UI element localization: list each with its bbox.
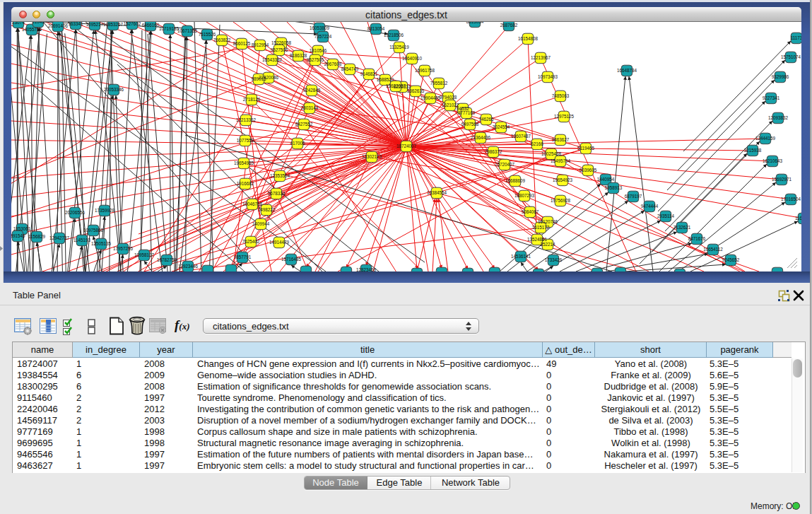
svg-text:20053346: 20053346 (104, 87, 124, 92)
svg-text:16120746: 16120746 (538, 219, 558, 224)
svg-text:12353594: 12353594 (270, 173, 290, 178)
svg-text:3024554: 3024554 (493, 124, 510, 129)
svg-text:2687682: 2687682 (500, 23, 518, 28)
svg-text:5958913: 5958913 (605, 185, 623, 190)
svg-text:1409944: 1409944 (252, 221, 270, 226)
svg-text:12923446: 12923446 (178, 264, 199, 269)
svg-text:1145193: 1145193 (73, 238, 91, 243)
svg-text:9084067: 9084067 (522, 209, 539, 214)
svg-text:18807293: 18807293 (514, 193, 535, 198)
svg-text:10853267: 10853267 (103, 22, 124, 27)
svg-text:2803144: 2803144 (301, 105, 319, 110)
svg-text:7986372: 7986372 (485, 149, 502, 154)
svg-text:17016504: 17016504 (781, 197, 801, 201)
svg-text:1810546: 1810546 (310, 48, 327, 53)
svg-text:8813054: 8813054 (466, 22, 484, 24)
svg-text:91046: 91046 (32, 22, 45, 24)
svg-text:9329986: 9329986 (772, 74, 789, 79)
svg-text:391549: 391549 (11, 233, 25, 238)
svg-text:1362635: 1362635 (407, 88, 425, 93)
svg-text:252214: 252214 (540, 242, 555, 247)
svg-text:3215938: 3215938 (744, 148, 762, 153)
svg-text:12975125: 12975125 (554, 114, 575, 119)
svg-text:9474444: 9474444 (641, 204, 659, 209)
svg-text:14914479: 14914479 (269, 240, 290, 245)
svg-text:6879197: 6879197 (625, 194, 642, 199)
svg-text:16210643: 16210643 (763, 158, 783, 163)
svg-text:2718126: 2718126 (243, 97, 261, 102)
svg-text:5119465: 5119465 (577, 146, 595, 151)
svg-text:15226058: 15226058 (271, 40, 292, 45)
svg-text:8660125: 8660125 (233, 41, 251, 46)
svg-text:6466160: 6466160 (142, 23, 160, 28)
svg-text:417006: 417006 (290, 141, 305, 146)
svg-text:23074: 23074 (12, 22, 25, 25)
svg-text:16543382: 16543382 (262, 57, 283, 62)
svg-text:12444159: 12444159 (755, 136, 776, 141)
svg-text:1916682: 1916682 (237, 181, 254, 186)
svg-text:12505135: 12505135 (91, 241, 112, 246)
svg-text:12093832: 12093832 (768, 115, 789, 120)
svg-text:2935114: 2935114 (657, 214, 675, 218)
svg-text:18724007: 18724007 (396, 144, 417, 148)
svg-text:17957255: 17957255 (113, 246, 134, 251)
svg-text:7485063: 7485063 (552, 93, 570, 98)
svg-text:16154808: 16154808 (518, 36, 539, 41)
svg-text:9527506: 9527506 (271, 47, 288, 52)
svg-text:10607487: 10607487 (511, 134, 531, 139)
svg-text:10958107: 10958107 (134, 252, 155, 257)
svg-text:13622037: 13622037 (386, 83, 406, 88)
svg-text:6497568: 6497568 (461, 122, 479, 127)
svg-text:5678334: 5678334 (268, 191, 286, 196)
svg-text:13524861: 13524861 (527, 237, 548, 242)
svg-text:9227341: 9227341 (763, 95, 780, 100)
svg-text:163341: 163341 (68, 22, 83, 26)
svg-text:2967608: 2967608 (324, 62, 342, 66)
svg-text:1156829: 1156829 (28, 234, 46, 239)
svg-text:10688609: 10688609 (505, 178, 526, 183)
svg-text:12823468: 12823468 (356, 267, 377, 271)
svg-text:16961758: 16961758 (415, 68, 435, 73)
svg-text:7132621: 7132621 (673, 225, 691, 230)
svg-text:10654112: 10654112 (703, 247, 723, 252)
svg-text:8912954: 8912954 (252, 42, 269, 47)
svg-text:1077552: 1077552 (237, 138, 254, 143)
svg-text:9857791: 9857791 (234, 255, 252, 259)
svg-text:1527602: 1527602 (124, 22, 141, 26)
svg-text:9527505: 9527505 (307, 57, 324, 62)
svg-text:15692971: 15692971 (772, 177, 792, 182)
svg-text:19654985: 19654985 (234, 160, 254, 165)
svg-text:10025438: 10025438 (541, 151, 562, 156)
svg-text:1853061: 1853061 (13, 226, 31, 231)
svg-text:10671355: 10671355 (177, 28, 198, 33)
svg-text:62166: 62166 (531, 141, 543, 146)
svg-text:16782759: 16782759 (157, 257, 177, 262)
svg-text:19756928: 19756928 (551, 198, 571, 203)
svg-text:17359928: 17359928 (95, 208, 115, 213)
svg-text:9146821: 9146821 (360, 71, 378, 76)
svg-text:19904445: 19904445 (420, 95, 441, 100)
svg-text:10973493: 10973493 (538, 74, 558, 79)
svg-text:8427552: 8427552 (295, 122, 313, 127)
svg-text:15716485: 15716485 (281, 257, 302, 262)
svg-text:8454749: 8454749 (341, 66, 359, 71)
svg-text:16640910: 16640910 (402, 56, 423, 61)
svg-text:15495794: 15495794 (551, 158, 571, 163)
svg-text:16648784: 16648784 (617, 68, 637, 73)
svg-text:20691406: 20691406 (48, 23, 69, 28)
svg-text:1615172: 1615172 (532, 225, 550, 230)
svg-text:989013: 989013 (251, 76, 266, 81)
svg-text:8813054: 8813054 (367, 26, 385, 31)
svg-text:15720407: 15720407 (495, 162, 515, 167)
svg-text:6039605: 6039605 (579, 168, 597, 173)
svg-text:1588520: 1588520 (377, 77, 394, 82)
svg-text:8186328: 8186328 (290, 53, 307, 58)
svg-text:9242848: 9242848 (303, 88, 321, 93)
svg-text:9777169: 9777169 (458, 110, 476, 115)
svg-text:10975868: 10975868 (83, 228, 104, 233)
svg-text:19218506: 19218506 (384, 33, 404, 37)
svg-text:1095217: 1095217 (86, 22, 104, 27)
svg-text:19654923: 19654923 (553, 177, 573, 182)
svg-text:10719185: 10719185 (159, 26, 180, 31)
svg-text:1440954: 1440954 (597, 177, 615, 182)
